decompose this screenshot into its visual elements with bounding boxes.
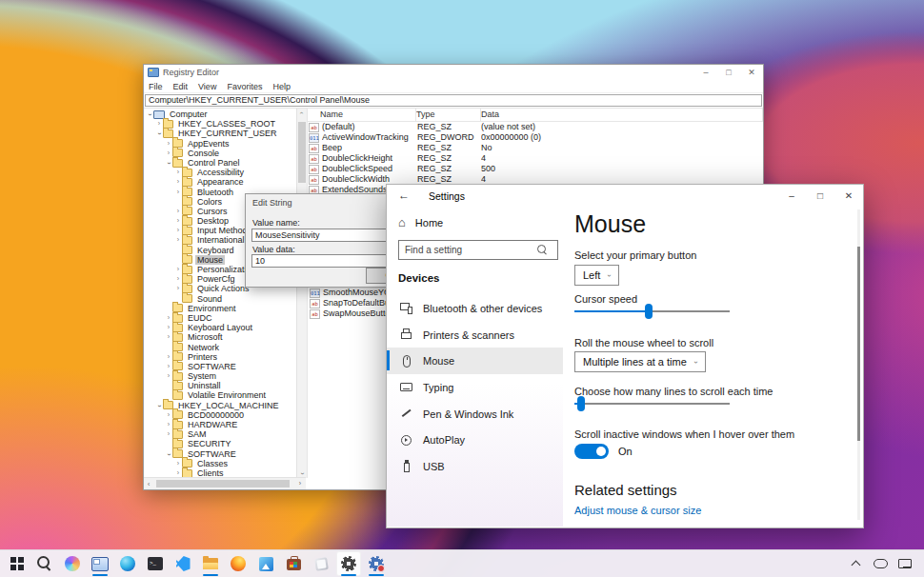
cursor-speed-slider[interactable] [574, 304, 730, 319]
close-button[interactable]: ✕ [834, 185, 863, 208]
column-type[interactable]: Type [416, 109, 481, 121]
tree-item-network[interactable]: ›Network [144, 343, 296, 352]
expand-arrow-icon[interactable]: › [165, 323, 172, 332]
tree-item-bcd00000000[interactable]: ›BCD00000000 [144, 410, 296, 420]
scrollbar-thumb[interactable] [298, 122, 306, 183]
maximize-button[interactable]: □ [717, 65, 740, 80]
scroll-up-icon[interactable]: › [297, 109, 307, 118]
tree-scrollbar[interactable]: › › [296, 109, 307, 478]
primary-button-dropdown[interactable]: Left › [574, 265, 619, 286]
tree-item-eudc[interactable]: ›EUDC [144, 313, 296, 323]
lines-slider[interactable] [574, 396, 730, 411]
tree-item-keyboard-layout[interactable]: ›Keyboard Layout [144, 323, 296, 332]
horizontal-scrollbar[interactable]: › › [144, 477, 306, 489]
menu-file[interactable]: File [149, 82, 163, 91]
tree-item-classes[interactable]: ›Classes [144, 459, 296, 468]
inactive-scroll-toggle[interactable] [574, 444, 609, 459]
tree-item-control-panel[interactable]: ›Control Panel [144, 158, 296, 168]
taskbar-photos[interactable] [253, 551, 278, 576]
menu-edit[interactable]: Edit [173, 82, 189, 91]
expand-arrow-icon[interactable]: › [174, 265, 182, 274]
scrollbar-thumb[interactable] [857, 247, 860, 441]
sidebar-item-mouse[interactable]: Mouse [387, 348, 563, 374]
tray-onedrive-cloud[interactable] [873, 556, 888, 571]
tree-item-appearance[interactable]: ›Appearance [144, 177, 296, 187]
expand-arrow-icon[interactable]: › [165, 420, 172, 429]
menu-view[interactable]: View [198, 82, 216, 91]
expand-arrow-icon[interactable]: › [174, 284, 182, 293]
expand-arrow-icon[interactable]: › [174, 459, 182, 468]
registry-value-row[interactable]: 011ActiveWindowTrackingREG_DWORD0x000000… [308, 132, 763, 143]
taskbar-store[interactable] [281, 551, 306, 576]
expand-arrow-icon[interactable]: › [165, 352, 172, 362]
menu-help[interactable]: Help [272, 82, 291, 91]
expand-arrow-icon[interactable]: › [165, 371, 172, 381]
tree-item-hardware[interactable]: ›HARDWARE [144, 420, 296, 429]
expand-arrow-icon[interactable]: › [155, 119, 163, 129]
taskbar-file-explorer[interactable] [198, 551, 223, 576]
tree-item-security[interactable]: ›SECURITY [144, 439, 296, 448]
taskbar-vscode[interactable] [171, 551, 195, 576]
taskbar-settings[interactable] [336, 551, 361, 576]
tray-chevron-up[interactable] [848, 556, 863, 571]
registry-value-row[interactable]: abDoubleClickHeightREG_SZ4 [308, 153, 763, 164]
taskbar-terminal[interactable] [143, 551, 168, 576]
minimize-button[interactable]: – [694, 65, 717, 80]
sidebar-item-printers-scanners[interactable]: Printers & scanners [387, 322, 563, 348]
taskbar-search[interactable] [32, 551, 57, 576]
expand-arrow-icon[interactable]: › [165, 332, 172, 342]
taskbar-start[interactable] [5, 551, 30, 576]
registry-value-row[interactable]: ab(Default)REG_SZ(value not set) [308, 122, 763, 132]
scrollbar-thumb[interactable] [156, 480, 290, 487]
scroll-right-icon[interactable]: › [295, 479, 305, 488]
expand-arrow-icon[interactable]: › [165, 313, 172, 323]
tree-item-hkey-local-machine[interactable]: ›HKEY_LOCAL_MACHINE [144, 401, 296, 410]
expand-arrow-icon[interactable]: › [165, 362, 172, 371]
tree-item-microsoft[interactable]: ›Microsoft [144, 332, 296, 342]
slider-thumb[interactable] [645, 304, 653, 319]
expand-arrow-icon[interactable]: › [165, 410, 172, 420]
sidebar-item-pen-windows-ink[interactable]: Pen & Windows Ink [387, 401, 563, 428]
expand-arrow-icon[interactable]: › [165, 429, 172, 439]
taskbar-copilot[interactable] [60, 551, 85, 576]
expand-arrow-icon[interactable]: › [144, 111, 153, 119]
taskbar-gear-app[interactable] [364, 551, 389, 576]
taskbar-registry-editor[interactable] [88, 551, 112, 576]
close-button[interactable]: ✕ [740, 65, 763, 80]
tree-item-printers[interactable]: ›Printers [144, 352, 296, 362]
registry-value-row[interactable]: abDoubleClickSpeedREG_SZ500 [308, 164, 763, 174]
tree-item-uninstall[interactable]: ›Uninstall [144, 381, 296, 390]
taskbar-firefox[interactable] [226, 551, 251, 576]
menu-favorites[interactable]: Favorites [227, 82, 262, 91]
taskbar-edge[interactable] [115, 551, 140, 576]
expand-arrow-icon[interactable]: › [174, 274, 182, 284]
sidebar-item-typing[interactable]: Typing [387, 374, 563, 401]
adjust-mouse-cursor-link[interactable]: Adjust mouse & cursor size [574, 505, 701, 516]
expand-arrow-icon[interactable]: › [165, 149, 172, 158]
tree-item-accessibility[interactable]: ›Accessibility [144, 168, 296, 177]
sidebar-item-home[interactable]: ⌂ Home [398, 217, 443, 229]
sidebar-item-bluetooth-other-devices[interactable]: Bluetooth & other devices [387, 295, 563, 322]
column-data[interactable]: Data [481, 109, 763, 121]
tree-item-software[interactable]: ›SOFTWARE [144, 449, 296, 459]
taskbar-paint3d[interactable] [309, 551, 333, 576]
sidebar-item-autoplay[interactable]: AutoPlay [387, 427, 563, 453]
tree-item-sound[interactable]: ›Sound [144, 294, 296, 304]
minimize-button[interactable]: – [777, 185, 806, 208]
tree-item-console[interactable]: ›Console [144, 149, 296, 158]
maximize-button[interactable]: □ [806, 185, 834, 208]
expand-arrow-icon[interactable]: › [174, 216, 182, 226]
expand-arrow-icon[interactable]: › [174, 188, 182, 197]
expand-arrow-icon[interactable]: › [174, 235, 182, 245]
expand-arrow-icon[interactable]: › [174, 207, 182, 216]
tree-item-environment[interactable]: ›Environment [144, 304, 296, 313]
expand-arrow-icon[interactable]: › [174, 168, 182, 177]
slider-thumb[interactable] [577, 396, 585, 411]
address-bar[interactable]: Computer\HKEY_CURRENT_USER\Control Panel… [145, 94, 762, 107]
tree-item-appevents[interactable]: ›AppEvents [144, 139, 296, 149]
expand-arrow-icon[interactable]: › [174, 226, 182, 235]
tree-item-hkey-current-user[interactable]: ›HKEY_CURRENT_USER [144, 129, 296, 138]
registry-value-row[interactable]: abBeepREG_SZNo [308, 143, 763, 153]
expand-arrow-icon[interactable]: › [165, 139, 172, 149]
column-name[interactable]: Name [308, 109, 416, 121]
